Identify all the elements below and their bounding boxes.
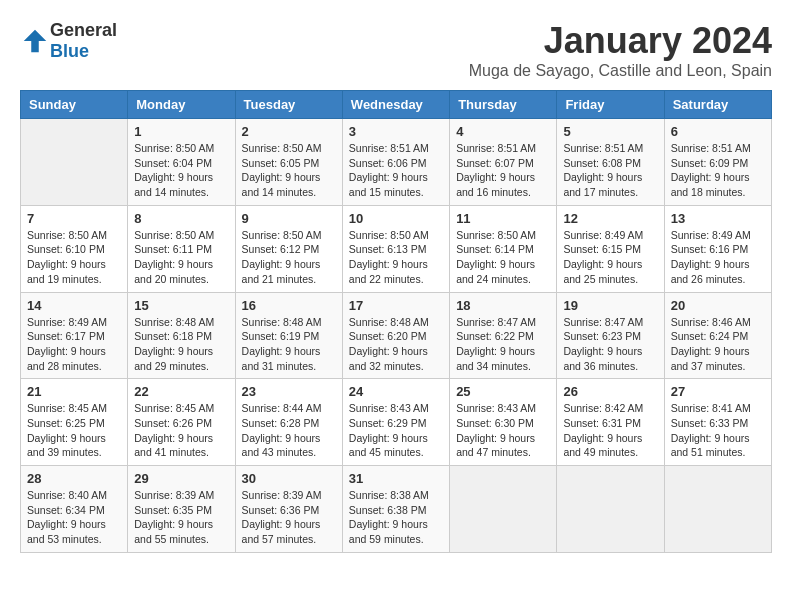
calendar-cell: 4Sunrise: 8:51 AM Sunset: 6:07 PM Daylig… [450,119,557,206]
day-content: Sunrise: 8:49 AM Sunset: 6:15 PM Dayligh… [563,228,657,287]
day-content: Sunrise: 8:43 AM Sunset: 6:29 PM Dayligh… [349,401,443,460]
calendar-cell: 23Sunrise: 8:44 AM Sunset: 6:28 PM Dayli… [235,379,342,466]
title-area: January 2024 Muga de Sayago, Castille an… [469,20,772,80]
day-number: 1 [134,124,228,139]
calendar-cell [450,466,557,553]
day-number: 3 [349,124,443,139]
calendar-cell: 31Sunrise: 8:38 AM Sunset: 6:38 PM Dayli… [342,466,449,553]
calendar-cell: 30Sunrise: 8:39 AM Sunset: 6:36 PM Dayli… [235,466,342,553]
calendar-cell: 2Sunrise: 8:50 AM Sunset: 6:05 PM Daylig… [235,119,342,206]
day-content: Sunrise: 8:41 AM Sunset: 6:33 PM Dayligh… [671,401,765,460]
day-content: Sunrise: 8:47 AM Sunset: 6:22 PM Dayligh… [456,315,550,374]
calendar-cell: 13Sunrise: 8:49 AM Sunset: 6:16 PM Dayli… [664,205,771,292]
day-number: 29 [134,471,228,486]
day-content: Sunrise: 8:48 AM Sunset: 6:19 PM Dayligh… [242,315,336,374]
day-content: Sunrise: 8:51 AM Sunset: 6:09 PM Dayligh… [671,141,765,200]
svg-marker-0 [24,30,47,53]
calendar-cell: 20Sunrise: 8:46 AM Sunset: 6:24 PM Dayli… [664,292,771,379]
day-number: 13 [671,211,765,226]
header-day-monday: Monday [128,91,235,119]
calendar-cell: 21Sunrise: 8:45 AM Sunset: 6:25 PM Dayli… [21,379,128,466]
calendar-cell: 7Sunrise: 8:50 AM Sunset: 6:10 PM Daylig… [21,205,128,292]
day-number: 4 [456,124,550,139]
day-number: 15 [134,298,228,313]
day-number: 6 [671,124,765,139]
calendar-cell: 10Sunrise: 8:50 AM Sunset: 6:13 PM Dayli… [342,205,449,292]
day-number: 21 [27,384,121,399]
day-number: 7 [27,211,121,226]
day-number: 11 [456,211,550,226]
logo-text: General Blue [50,20,117,62]
calendar-week-row: 7Sunrise: 8:50 AM Sunset: 6:10 PM Daylig… [21,205,772,292]
header-day-saturday: Saturday [664,91,771,119]
header-day-friday: Friday [557,91,664,119]
day-number: 26 [563,384,657,399]
location-title: Muga de Sayago, Castille and Leon, Spain [469,62,772,80]
calendar-cell: 3Sunrise: 8:51 AM Sunset: 6:06 PM Daylig… [342,119,449,206]
day-number: 5 [563,124,657,139]
calendar-week-row: 14Sunrise: 8:49 AM Sunset: 6:17 PM Dayli… [21,292,772,379]
calendar-cell: 19Sunrise: 8:47 AM Sunset: 6:23 PM Dayli… [557,292,664,379]
calendar-cell: 24Sunrise: 8:43 AM Sunset: 6:29 PM Dayli… [342,379,449,466]
day-number: 12 [563,211,657,226]
day-content: Sunrise: 8:48 AM Sunset: 6:20 PM Dayligh… [349,315,443,374]
calendar-cell [664,466,771,553]
logo-blue: Blue [50,41,89,61]
header: General Blue January 2024 Muga de Sayago… [20,20,772,80]
day-number: 2 [242,124,336,139]
day-number: 27 [671,384,765,399]
day-number: 10 [349,211,443,226]
day-number: 25 [456,384,550,399]
day-content: Sunrise: 8:45 AM Sunset: 6:26 PM Dayligh… [134,401,228,460]
calendar-cell: 18Sunrise: 8:47 AM Sunset: 6:22 PM Dayli… [450,292,557,379]
day-number: 18 [456,298,550,313]
day-number: 20 [671,298,765,313]
day-content: Sunrise: 8:50 AM Sunset: 6:11 PM Dayligh… [134,228,228,287]
header-day-tuesday: Tuesday [235,91,342,119]
day-content: Sunrise: 8:51 AM Sunset: 6:08 PM Dayligh… [563,141,657,200]
day-number: 30 [242,471,336,486]
day-number: 9 [242,211,336,226]
day-number: 8 [134,211,228,226]
calendar-table: SundayMondayTuesdayWednesdayThursdayFrid… [20,90,772,553]
calendar-cell: 17Sunrise: 8:48 AM Sunset: 6:20 PM Dayli… [342,292,449,379]
day-content: Sunrise: 8:39 AM Sunset: 6:35 PM Dayligh… [134,488,228,547]
logo-general: General [50,20,117,40]
day-content: Sunrise: 8:38 AM Sunset: 6:38 PM Dayligh… [349,488,443,547]
calendar-week-row: 1Sunrise: 8:50 AM Sunset: 6:04 PM Daylig… [21,119,772,206]
calendar-cell: 9Sunrise: 8:50 AM Sunset: 6:12 PM Daylig… [235,205,342,292]
calendar-week-row: 21Sunrise: 8:45 AM Sunset: 6:25 PM Dayli… [21,379,772,466]
month-title: January 2024 [469,20,772,62]
day-number: 23 [242,384,336,399]
calendar-cell: 27Sunrise: 8:41 AM Sunset: 6:33 PM Dayli… [664,379,771,466]
calendar-cell: 22Sunrise: 8:45 AM Sunset: 6:26 PM Dayli… [128,379,235,466]
day-number: 24 [349,384,443,399]
day-content: Sunrise: 8:49 AM Sunset: 6:16 PM Dayligh… [671,228,765,287]
day-content: Sunrise: 8:51 AM Sunset: 6:07 PM Dayligh… [456,141,550,200]
day-content: Sunrise: 8:50 AM Sunset: 6:12 PM Dayligh… [242,228,336,287]
day-content: Sunrise: 8:46 AM Sunset: 6:24 PM Dayligh… [671,315,765,374]
day-number: 16 [242,298,336,313]
day-content: Sunrise: 8:50 AM Sunset: 6:05 PM Dayligh… [242,141,336,200]
calendar-cell: 16Sunrise: 8:48 AM Sunset: 6:19 PM Dayli… [235,292,342,379]
day-content: Sunrise: 8:50 AM Sunset: 6:14 PM Dayligh… [456,228,550,287]
calendar-cell: 14Sunrise: 8:49 AM Sunset: 6:17 PM Dayli… [21,292,128,379]
calendar-week-row: 28Sunrise: 8:40 AM Sunset: 6:34 PM Dayli… [21,466,772,553]
day-content: Sunrise: 8:43 AM Sunset: 6:30 PM Dayligh… [456,401,550,460]
calendar-header-row: SundayMondayTuesdayWednesdayThursdayFrid… [21,91,772,119]
day-number: 14 [27,298,121,313]
day-content: Sunrise: 8:40 AM Sunset: 6:34 PM Dayligh… [27,488,121,547]
day-content: Sunrise: 8:42 AM Sunset: 6:31 PM Dayligh… [563,401,657,460]
day-content: Sunrise: 8:39 AM Sunset: 6:36 PM Dayligh… [242,488,336,547]
calendar-cell: 1Sunrise: 8:50 AM Sunset: 6:04 PM Daylig… [128,119,235,206]
calendar-cell: 26Sunrise: 8:42 AM Sunset: 6:31 PM Dayli… [557,379,664,466]
calendar-cell: 12Sunrise: 8:49 AM Sunset: 6:15 PM Dayli… [557,205,664,292]
logo-icon [20,26,50,56]
calendar-cell: 8Sunrise: 8:50 AM Sunset: 6:11 PM Daylig… [128,205,235,292]
day-content: Sunrise: 8:50 AM Sunset: 6:10 PM Dayligh… [27,228,121,287]
calendar-cell: 25Sunrise: 8:43 AM Sunset: 6:30 PM Dayli… [450,379,557,466]
calendar-cell: 15Sunrise: 8:48 AM Sunset: 6:18 PM Dayli… [128,292,235,379]
day-content: Sunrise: 8:50 AM Sunset: 6:04 PM Dayligh… [134,141,228,200]
header-day-thursday: Thursday [450,91,557,119]
calendar-cell: 11Sunrise: 8:50 AM Sunset: 6:14 PM Dayli… [450,205,557,292]
